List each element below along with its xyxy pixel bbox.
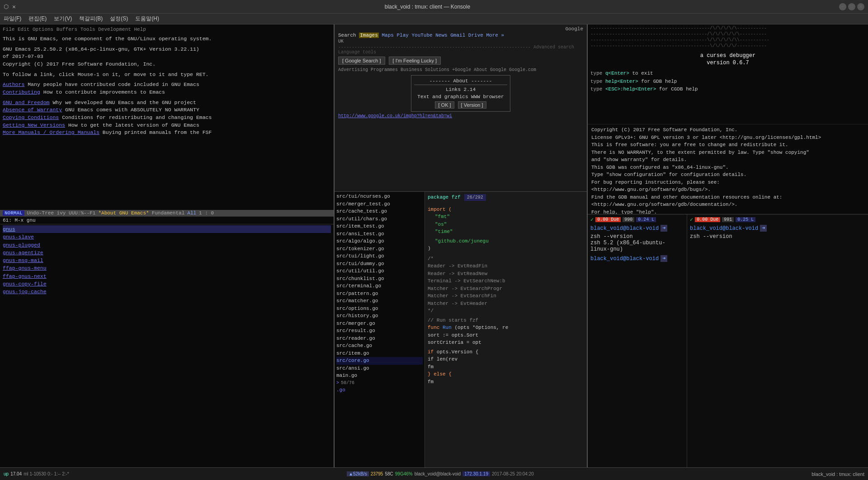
code-if-line: if opts.Version {: [428, 348, 584, 356]
completion-gnus-msg-mail[interactable]: gnus-msg-mail: [3, 257, 331, 264]
emacs-gnu-link[interactable]: GNU and Freedom: [3, 100, 50, 105]
completion-gnus[interactable]: gnus: [3, 225, 331, 233]
completion-gnus-copy-file[interactable]: gnus-copy-file: [3, 280, 331, 288]
file-tokenizer[interactable]: src/tokenizer.go: [336, 245, 423, 253]
emacs-mode-indicator: NORMAL: [3, 210, 24, 216]
file-core[interactable]: src/core.go: [336, 357, 423, 365]
menu-edit[interactable]: 편집(E): [28, 15, 47, 23]
emacs-minibuf: 61: M-x gnu: [0, 217, 334, 224]
file-merger[interactable]: src/merger.go: [336, 320, 423, 328]
code-import: import (: [428, 206, 584, 214]
tmux1-size: 0.24 L: [636, 217, 656, 222]
file-ansi[interactable]: src/ansi.go: [336, 365, 423, 372]
menu-help[interactable]: 도움말(H): [135, 15, 159, 23]
file-item-test[interactable]: src/item_test.go: [336, 223, 423, 230]
status-up: up: [4, 471, 9, 476]
google-title: Google: [565, 26, 583, 32]
tmux-pane-1: ✓ 0.00 Due 990 0.24 L black_void@black-v…: [588, 214, 687, 467]
google-about-box: ------- About ------- Links 2.14 Text an…: [411, 75, 510, 112]
right-column: ----------------------------------------…: [588, 24, 868, 467]
emacs-conditions-link[interactable]: Copying Conditions: [3, 114, 59, 120]
title-bar: ⬡ ✕ black_void : tmux: client — Konsole …: [0, 0, 868, 14]
completion-gnus-slave[interactable]: gnus-slave: [3, 233, 331, 241]
file-item[interactable]: src/item.go: [336, 350, 423, 357]
file-chars[interactable]: src/util/chars.go: [336, 215, 423, 223]
gdb-bug: For bug reporting instructions, please s…: [591, 179, 864, 186]
google-images-highlight[interactable]: Images: [359, 33, 379, 38]
minimize-button[interactable]: ─: [839, 3, 846, 10]
file-merger-test[interactable]: src/merger_test.go: [336, 200, 423, 208]
file-cache-test[interactable]: src/cache_test.go: [336, 208, 423, 215]
file-chunklist[interactable]: src/chunklist.go: [336, 275, 423, 283]
file-algo[interactable]: src/algo/algo.go: [336, 238, 423, 245]
emacs-authors-line: Authors Many people have contributed cod…: [3, 81, 331, 89]
file-prompt: >: [336, 380, 339, 386]
file-history[interactable]: src/history.go: [336, 312, 423, 320]
file-util[interactable]: src/util/util.go: [336, 267, 423, 275]
menu-file[interactable]: 파일(F): [4, 15, 21, 23]
google-ok-button[interactable]: [ OK ]: [435, 101, 454, 109]
menu-settings[interactable]: 설정(S): [110, 15, 128, 23]
file-count-area: > 50/76: [336, 380, 423, 386]
code-header: package fzf 26/292: [428, 194, 584, 201]
emacs-menu-line: File Edit Options Buffers Tools Developm…: [3, 26, 331, 33]
code-package: package fzf: [428, 194, 461, 201]
menu-bookmarks[interactable]: 책갈피(B): [79, 15, 103, 23]
emacs-newver-link[interactable]: Getting New Versions: [3, 122, 65, 128]
status-bar: up 17.04 ml 1-10530 0:- 1:-- 2:-* ▲52kB/…: [0, 467, 868, 480]
code-comment-matcher3: Matcher -> EvtHeader: [428, 300, 584, 308]
file-matcher[interactable]: src/matcher.go: [336, 297, 423, 305]
close-button[interactable]: ✕: [857, 3, 864, 10]
code-comment-open: /*: [428, 255, 584, 263]
cgdb-art-pane: ----------------------------------------…: [588, 24, 868, 124]
file-cache[interactable]: src/cache.go: [336, 342, 423, 350]
emacs-authors-link[interactable]: Authors: [3, 81, 24, 87]
file-light[interactable]: src/tui/light.go: [336, 252, 423, 260]
status-cpu: 99G46%: [395, 471, 413, 476]
file-result[interactable]: src/result.go: [336, 327, 423, 335]
file-main[interactable]: main.go: [336, 372, 423, 380]
cgdb-key1: q<Enter>: [605, 71, 629, 76]
file-ncurses[interactable]: src/tui/ncurses.go: [336, 193, 423, 200]
tmux2-arrow-badge: ➜: [760, 225, 767, 232]
emacs-contributing-link[interactable]: Contributing: [3, 89, 40, 95]
completion-ffap-gnus-menu[interactable]: ffap-gnus-menu: [3, 264, 331, 272]
google-about-title: ------- About -------: [414, 78, 507, 85]
gdb-showconfig: Type "show configuration" for configurat…: [591, 171, 864, 179]
gdb-warranty2: and "show warranty" for details.: [591, 156, 864, 164]
completion-ffap-gnus-next[interactable]: ffap-gnus-next: [3, 272, 331, 280]
cgdb-version: version 0.6.7: [590, 60, 865, 66]
google-search-button[interactable]: [ Google Search ]: [338, 57, 385, 65]
file-ansi-test[interactable]: src/ansi_test.go: [336, 230, 423, 238]
file-pattern[interactable]: src/pattern.go: [336, 290, 423, 298]
menu-view[interactable]: 보기(V): [54, 15, 72, 23]
file-reader[interactable]: src/reader.go: [336, 335, 423, 342]
code-section: package fzf 26/292 import ( "fmt" "os" "…: [425, 192, 587, 467]
emacs-manuals-link[interactable]: More Manuals / Ordering Manuals: [3, 129, 99, 135]
tmux1-due-badge: 0.00 Due: [595, 217, 621, 222]
completion-gnus-plugged[interactable]: gnus-plugged: [3, 241, 331, 249]
completion-gnus-jog-cache[interactable]: gnus-jog-cache: [3, 288, 331, 295]
google-location: UK: [338, 39, 583, 44]
emacs-version: GNU Emacs 25.2.50.2 (x86_64-pc-linux-gnu…: [3, 46, 331, 53]
completion-gnus-agentize[interactable]: gnus-agentize: [3, 249, 331, 257]
google-lucky-button[interactable]: [ I'm Feeling Lucky ]: [389, 57, 441, 65]
code-len-line: if len(rev: [428, 356, 584, 363]
google-version-button[interactable]: [ Version ]: [458, 101, 486, 109]
code-else-line: } else {: [428, 371, 584, 378]
google-pane: Google Search Images Maps Play YouTube N…: [335, 24, 587, 192]
file-count: 50/76: [341, 380, 354, 386]
file-options[interactable]: src/options.go: [336, 305, 423, 313]
cgdb-ascii-art: ----------------------------------------…: [590, 25, 865, 49]
emacs-warranty-link[interactable]: Absence of Warranty: [3, 107, 62, 113]
status-datetime: 2017-08-25 20:04:20: [492, 471, 534, 476]
maximize-button[interactable]: □: [848, 3, 855, 10]
about-label: About: [453, 78, 468, 84]
code-run-comment: // Run starts fzf: [428, 317, 584, 324]
code-comment-close: */: [428, 307, 584, 315]
file-dummy[interactable]: src/tui/dummy.go: [336, 260, 423, 268]
code-comment-reader2: Reader -> EvtReadNew: [428, 270, 584, 278]
code-comment-matcher2: Matcher -> EvtSearchFin: [428, 292, 584, 300]
cgdb-desc2: for GDB help: [641, 79, 677, 84]
file-terminal[interactable]: src/terminal.go: [336, 282, 423, 290]
